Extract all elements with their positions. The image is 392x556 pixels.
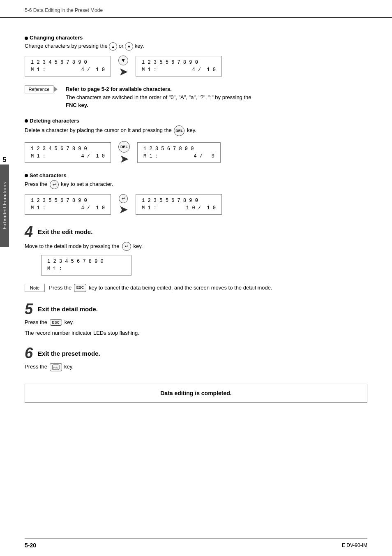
esc-key-icon: ESC	[74, 284, 87, 292]
set-chars-lcd-before: 1 2 3 5 5 6 7 8 9 0 M 1 : 4 / 1 0	[25, 194, 111, 215]
changing-chars-lcd-row: 1 2 3 4 5 6 7 8 9 0 M 1 : 4 / 1 0 ▼ ➤ 1 …	[25, 56, 367, 77]
set-chars-lcd-row: 1 2 3 5 5 6 7 8 9 0 M 1 : 4 / 1 0 ↩ ➤ 1 …	[25, 194, 367, 215]
side-tab-label: Extended Functions	[2, 182, 7, 229]
reference-line3: FNC key.	[66, 102, 88, 108]
side-tab: Extended Functions	[0, 164, 9, 247]
set-characters-title: Set characters	[25, 172, 367, 178]
completion-box: Data editing is completed.	[25, 384, 367, 403]
chapter-number: 5	[0, 156, 9, 164]
right-arrow-2: ➤	[120, 154, 128, 164]
footer-doc-name: E DV-90-IM	[342, 542, 367, 548]
lcd-after-line2: M 1 : 4 / 1 0	[142, 66, 216, 74]
step6-desc: Press the PRE key.	[25, 363, 367, 371]
del-key-2: DEL	[118, 141, 130, 153]
set-key-icon: ↩	[50, 180, 59, 189]
step4-desc-end: key.	[134, 243, 143, 249]
set-characters-desc: Press the ↩ key to set a character.	[25, 180, 367, 189]
step5-section: 5 Exit the detail mode. Press the ESC ke…	[25, 302, 367, 336]
deleting-chars-lcd-before: 1 2 3 4 5 6 7 8 9 0 M 1 : 4 / 1 0	[25, 142, 111, 163]
completion-text: Data editing is completed.	[160, 390, 231, 396]
step4-lcd: 1 2 3 4 5 6 7 8 9 0 M 1 :	[41, 255, 131, 276]
step4-lcd-row: 1 2 3 4 5 6 7 8 9 0 M 1 :	[41, 255, 367, 276]
page-header: 5-6 Data Editing in the Preset Mode	[0, 0, 392, 18]
note-box: Note Press the ESC key to cancel the dat…	[25, 284, 367, 292]
reference-line1: Refer to page 5-2 for available characte…	[66, 86, 172, 92]
page-container: 5 Extended Functions 5-6 Data Editing in…	[0, 0, 392, 556]
changing-characters-section: Changing characters Change characters by…	[25, 35, 367, 77]
step4-number: 4	[25, 225, 33, 239]
step6-title: Exit the preset mode.	[38, 350, 100, 357]
note-text: Press the ESC key to cancel the data bei…	[49, 284, 272, 292]
step6-header: 6 Exit the preset mode.	[25, 346, 367, 361]
reference-label-container: Reference	[25, 85, 62, 93]
step5-esc-key-icon: ESC	[50, 319, 62, 326]
deleting-characters-section: Deleting characters Delete a character b…	[25, 118, 367, 164]
changing-chars-lcd-before: 1 2 3 4 5 6 7 8 9 0 M 1 : 4 / 1 0	[25, 56, 111, 76]
right-arrow: ➤	[119, 67, 127, 77]
step6-number: 6	[25, 346, 33, 361]
step5-desc2: The record number indicator LEDs stop fl…	[25, 330, 367, 336]
del-key-icon: DEL	[174, 125, 184, 136]
svg-text:PRE: PRE	[53, 366, 58, 369]
deleting-chars-lcd-after: 1 2 3 5 6 7 8 9 0 M 1 : 4 / 9	[137, 142, 221, 163]
reference-arrow-icon	[54, 87, 58, 92]
main-content: Changing characters Change characters by…	[0, 18, 392, 427]
changing-characters-desc: Change characters by pressing the ▲ or ▼…	[25, 42, 367, 51]
deleting-chars-lcd-row: 1 2 3 4 5 6 7 8 9 0 M 1 : 4 / 1 0 DEL ➤ …	[25, 141, 367, 164]
set-lcd-before-line2: M 1 : 4 / 1 0	[31, 204, 105, 212]
set-key-with-arrow: ↩ ➤	[118, 194, 129, 215]
deleting-characters-title: Deleting characters	[25, 118, 367, 124]
step4-lcd-line1: 1 2 3 4 5 6 7 8 9 0	[47, 258, 125, 265]
step5-title: Exit the detail mode.	[38, 306, 98, 313]
footer-page-number: 5-20	[25, 542, 36, 549]
step4-desc: Move to the detail mode by pressing the …	[25, 242, 367, 251]
set-chars-lcd-after: 1 2 3 5 5 6 7 8 9 0 M 1 : 1 0 / 1 0	[136, 194, 222, 215]
down-key-icon: ▼	[125, 42, 133, 51]
reference-label: Reference	[25, 85, 53, 93]
set-characters-section: Set characters Press the ↩ key to set a …	[25, 172, 367, 215]
reference-box: Reference Refer to page 5-2 for availabl…	[25, 85, 367, 109]
changing-chars-lcd-after: 1 2 3 5 5 6 7 8 9 0 M 1 : 4 / 1 0	[136, 56, 222, 76]
reference-line2: The characters are switched in the order…	[66, 94, 251, 100]
right-arrow-3: ➤	[119, 205, 127, 215]
step6-section: 6 Exit the preset mode. Press the PRE ke…	[25, 346, 367, 371]
del-lcd-before-line1: 1 2 3 4 5 6 7 8 9 0	[31, 145, 105, 153]
lcd-after-line1: 1 2 3 5 5 6 7 8 9 0	[142, 59, 216, 66]
step5-number: 5	[25, 302, 33, 317]
del-lcd-after-line1: 1 2 3 5 6 7 8 9 0	[143, 145, 214, 153]
step4-desc-text: Move to the detail mode by pressing the	[25, 243, 120, 249]
step4-section: 4 Exit the edit mode. Move to the detail…	[25, 225, 367, 276]
step5-header: 5 Exit the detail mode.	[25, 302, 367, 317]
step6-preset-key-icon: PRE	[50, 363, 62, 371]
note-label: Note	[25, 284, 45, 292]
step5-desc1: Press the ESC key.	[25, 319, 367, 326]
down-key: ▼	[118, 56, 128, 65]
step4-header: 4 Exit the edit mode.	[25, 225, 367, 239]
step4-key-icon: ↩	[122, 242, 131, 251]
key-down-with-arrow: ▼ ➤	[118, 56, 129, 77]
bullet-dot	[25, 37, 28, 40]
step4-lcd-line2: M 1 :	[47, 265, 125, 273]
del-key-with-arrow: DEL ➤	[118, 141, 131, 164]
page-footer: 5-20 E DV-90-IM	[25, 538, 367, 549]
step4-title: Exit the edit mode.	[38, 228, 92, 235]
set-lcd-after-line2: M 1 : 1 0 / 1 0	[142, 204, 216, 212]
breadcrumb: 5-6 Data Editing in the Preset Mode	[25, 7, 103, 13]
lcd-before-line1: 1 2 3 4 5 6 7 8 9 0	[31, 59, 105, 66]
changing-characters-title: Changing characters	[25, 35, 367, 41]
deleting-characters-desc: Delete a character by placing the cursor…	[25, 125, 367, 136]
lcd-before-line2: M 1 : 4 / 1 0	[31, 66, 105, 74]
del-lcd-after-line2: M 1 : 4 / 9	[143, 153, 214, 160]
del-lcd-before-line2: M 1 : 4 / 1 0	[31, 153, 105, 160]
reference-text: Refer to page 5-2 for available characte…	[66, 85, 251, 109]
up-key-icon: ▲	[109, 42, 117, 51]
set-lcd-after-line1: 1 2 3 5 5 6 7 8 9 0	[142, 197, 216, 204]
bullet-dot-2	[25, 119, 28, 123]
set-lcd-before-line1: 1 2 3 5 5 6 7 8 9 0	[31, 197, 105, 204]
bullet-dot-3	[25, 174, 28, 177]
set-key-2: ↩	[119, 194, 128, 203]
